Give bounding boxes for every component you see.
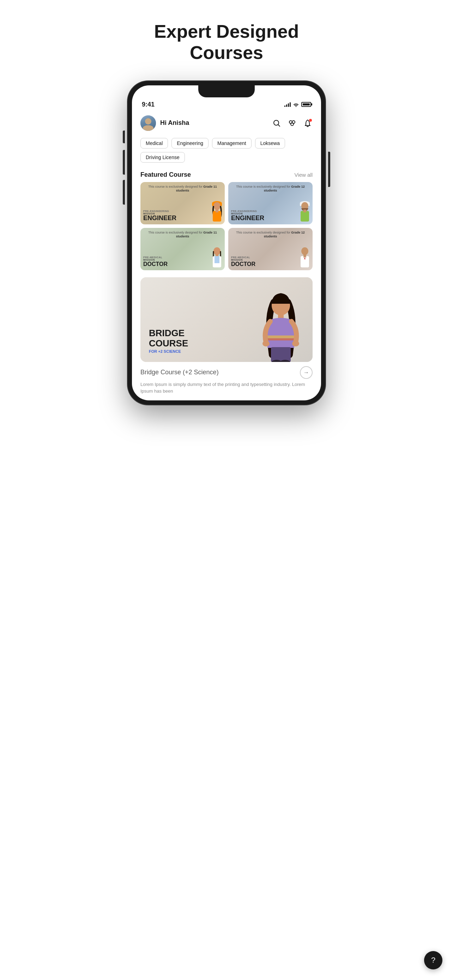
course-card-engineer-11[interactable]: This course is exclusively designed for … [140, 182, 225, 224]
signal-icon [285, 102, 291, 107]
bridge-info-section: Bridge Course (+2 Science) → Lorem Ipsum… [132, 362, 321, 400]
svg-rect-8 [216, 210, 218, 212]
course-card-doctor-12[interactable]: This course is exclusively designed for … [228, 228, 313, 270]
course-grid: This course is exclusively designed for … [132, 182, 321, 274]
svg-point-25 [262, 341, 270, 347]
svg-rect-24 [267, 338, 294, 340]
svg-rect-7 [213, 211, 221, 221]
wifi-icon [293, 102, 299, 107]
featured-section-header: Featured Course View all [132, 167, 321, 182]
bridge-course-title-row: Bridge Course (+2 Science) → [140, 366, 313, 379]
page-title: Expert Designed Courses [154, 21, 299, 64]
view-all-link[interactable]: View all [295, 172, 313, 178]
notification-badge [309, 119, 312, 122]
bridge-subtitle: FOR +2 SCIENCE [149, 349, 188, 353]
featured-title: Featured Course [140, 171, 191, 178]
categories-container: Medical Engineering Management Loksewa D… [132, 135, 321, 167]
course-card-doctor-11[interactable]: This course is exclusively designed for … [140, 228, 225, 270]
card-person-engineer-12 [291, 192, 313, 224]
course-card-engineer-12[interactable]: This course is exclusively designed for … [228, 182, 313, 224]
user-info: Hi Anisha [140, 115, 189, 131]
svg-point-18 [301, 247, 308, 255]
bridge-course-arrow[interactable]: → [300, 366, 313, 379]
category-medical[interactable]: Medical [140, 138, 168, 148]
card-person-engineer-11 [203, 192, 225, 224]
notification-icon[interactable] [303, 118, 313, 128]
phone-screen: 9:41 [132, 85, 321, 400]
bridge-course-name: Bridge Course (+2 Science) [140, 369, 219, 376]
svg-rect-13 [304, 210, 306, 212]
category-engineering[interactable]: Engineering [172, 138, 208, 148]
phone-frame: 9:41 [128, 81, 325, 405]
community-icon[interactable] [287, 118, 297, 128]
svg-point-14 [213, 247, 221, 255]
phone-notch [198, 85, 255, 97]
card-person-doctor-12 [291, 239, 313, 270]
bridge-title: BRIDGE COURSE [149, 328, 188, 348]
svg-rect-12 [300, 211, 309, 221]
svg-rect-27 [271, 347, 291, 362]
status-time: 9:41 [142, 101, 154, 108]
card-person-doctor-11 [203, 239, 225, 270]
volume-up-button [123, 150, 125, 175]
volume-silent-button [123, 130, 125, 143]
header-actions [272, 118, 313, 128]
phone-mockup: 9:41 [128, 81, 325, 469]
svg-point-26 [292, 341, 299, 347]
svg-rect-17 [215, 256, 219, 263]
svg-point-6 [213, 202, 221, 210]
bridge-course-section: BRIDGE COURSE FOR +2 SCIENCE [132, 274, 321, 362]
svg-point-3 [291, 123, 294, 126]
power-button [328, 152, 330, 187]
bridge-person [253, 284, 309, 362]
search-icon[interactable] [272, 118, 281, 128]
status-bar: 9:41 [132, 96, 321, 111]
category-management[interactable]: Management [212, 138, 251, 148]
bridge-card-content: BRIDGE COURSE FOR +2 SCIENCE [149, 328, 188, 353]
avatar [140, 115, 156, 131]
help-button[interactable]: ? [424, 951, 442, 969]
bridge-course-description: Lorem Ipsum is simply dummy text of the … [140, 381, 313, 395]
category-driving-license[interactable]: Driving License [140, 152, 185, 162]
category-loksewa[interactable]: Loksewa [255, 138, 285, 148]
volume-down-button [123, 180, 125, 205]
svg-rect-23 [267, 336, 294, 338]
battery-icon [301, 102, 311, 107]
bridge-course-card[interactable]: BRIDGE COURSE FOR +2 SCIENCE [140, 277, 313, 362]
greeting-text: Hi Anisha [160, 119, 189, 127]
status-icons [285, 102, 311, 107]
app-header: Hi Anisha [132, 111, 321, 135]
